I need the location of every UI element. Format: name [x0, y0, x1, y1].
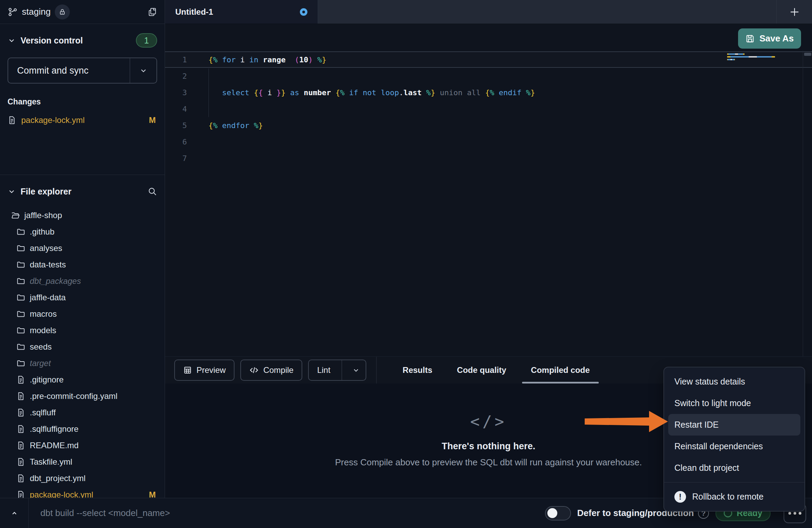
save-as-button[interactable]: Save As: [738, 28, 801, 49]
new-tab-button[interactable]: [776, 0, 812, 24]
code-line-6[interactable]: 6: [165, 134, 812, 150]
code-line-3[interactable]: 3 select {{ i }} as number {% if not loo…: [165, 84, 812, 101]
lint-button[interactable]: Lint: [308, 360, 366, 381]
tree-item-jaffle-data[interactable]: jaffle-data: [8, 289, 157, 306]
version-control-header[interactable]: Version control 1: [8, 33, 157, 48]
empty-state-subtitle: Press Compile above to preview the SQL d…: [335, 457, 642, 468]
panel-tabs: ResultsCode qualityCompiled code: [390, 357, 602, 384]
menu-item-label: Switch to light mode: [674, 398, 751, 408]
toolbar-divider: [376, 357, 377, 384]
tree-item-label: dbt_project.yml: [30, 474, 86, 483]
plus-icon: [789, 6, 800, 18]
tree-item-Taskfile.yml[interactable]: Taskfile.yml: [8, 454, 157, 470]
tree-item-seeds[interactable]: seeds: [8, 339, 157, 355]
file-explorer-title: File explorer: [21, 187, 72, 197]
menu-divider: [664, 482, 804, 482]
commit-options-dropdown[interactable]: [130, 58, 156, 83]
tree-item-label: seeds: [30, 342, 52, 352]
menu-item-rollback-to-remote[interactable]: !Rollback to remote: [664, 486, 804, 507]
search-icon[interactable]: [148, 187, 157, 196]
tree-item-.github[interactable]: .github: [8, 224, 157, 240]
editor-toolbar: Save As: [165, 24, 812, 51]
branch-name[interactable]: staging: [22, 7, 51, 17]
minimap-line: [727, 53, 745, 55]
code-line-7[interactable]: 7: [165, 150, 812, 166]
preview-button[interactable]: Preview: [174, 360, 234, 381]
tree-item-label: .sqlfluffignore: [30, 424, 78, 434]
folder-icon: [16, 244, 25, 253]
line-number: 6: [165, 138, 187, 146]
tree-item-.sqlfluffignore[interactable]: .sqlfluffignore: [8, 421, 157, 437]
line-number: 5: [165, 121, 187, 130]
lint-options-dropdown[interactable]: [346, 366, 366, 374]
lint-label: Lint: [317, 365, 330, 375]
code-icon: </>: [470, 412, 507, 431]
menu-item-label: Reinstall dependencies: [674, 441, 763, 451]
tree-item-label: .gitignore: [30, 375, 64, 385]
panel-tab-code-quality[interactable]: Code quality: [448, 357, 515, 384]
tree-item-target[interactable]: target: [8, 355, 157, 372]
defer-toggle[interactable]: [545, 506, 571, 520]
file-explorer-section: File explorer jaffle-shop.githubanalyses…: [0, 184, 165, 508]
sidebar: staging Version control: [0, 0, 165, 498]
menu-item-reinstall-dependencies[interactable]: Reinstall dependencies: [664, 436, 804, 457]
tree-item-dbt_project.yml[interactable]: dbt_project.yml: [8, 470, 157, 487]
tree-item-analyses[interactable]: analyses: [8, 240, 157, 256]
lint-split-divider: [342, 360, 342, 380]
tree-item-.pre-commit-config.yaml[interactable]: .pre-commit-config.yaml: [8, 388, 157, 404]
tree-item-label: .pre-commit-config.yaml: [30, 391, 117, 401]
code-editor[interactable]: 1{% for i in range (10) %}23 select {{ i…: [165, 51, 812, 356]
tree-item-.sqlfluff[interactable]: .sqlfluff: [8, 404, 157, 421]
minimap-line: [727, 56, 775, 58]
tab-label: Untitled-1: [175, 7, 213, 17]
editor-scrollbar[interactable]: [803, 51, 812, 356]
folder-icon: [16, 227, 25, 236]
code-line-1[interactable]: 1{% for i in range (10) %}: [165, 51, 812, 68]
folder-icon: [16, 293, 25, 302]
panel-tab-compiled-code[interactable]: Compiled code: [522, 357, 599, 384]
menu-item-switch-to-light-mode[interactable]: Switch to light mode: [664, 392, 804, 414]
file-icon: [16, 474, 25, 483]
tree-item-jaffle-shop[interactable]: jaffle-shop: [8, 207, 157, 224]
commit-and-sync-button[interactable]: Commit and sync: [8, 58, 157, 84]
command-input[interactable]: dbt build --select <model_name>: [40, 508, 170, 518]
tree-item-dbt_packages[interactable]: dbt_packages: [8, 273, 157, 289]
tree-item-label: README.md: [30, 441, 79, 450]
unsaved-changes-dot-icon: [300, 8, 307, 16]
branch-readonly-badge: [55, 4, 70, 20]
scrollbar-thumb[interactable]: [804, 53, 811, 56]
minimap[interactable]: [727, 53, 777, 62]
save-as-label: Save As: [759, 33, 794, 44]
code-icon: [249, 365, 259, 375]
file-icon: [16, 408, 25, 417]
code-line-2[interactable]: 2: [165, 68, 812, 84]
tree-item-.gitignore[interactable]: .gitignore: [8, 372, 157, 388]
tree-item-README.md[interactable]: README.md: [8, 437, 157, 454]
compile-button[interactable]: Compile: [240, 360, 302, 381]
folder-icon: [16, 277, 25, 286]
folder-icon: [16, 342, 25, 351]
menu-item-label: View status details: [674, 377, 745, 387]
folder-icon: [16, 326, 25, 335]
code-line-4[interactable]: 4: [165, 101, 812, 117]
copy-icon[interactable]: [148, 7, 157, 17]
changed-file-row[interactable]: package-lock.yml M: [8, 113, 157, 128]
tree-item-label: .sqlfluff: [30, 408, 56, 417]
menu-item-clean-dbt-project[interactable]: Clean dbt project: [664, 457, 804, 479]
menu-item-view-status-details[interactable]: View status details: [664, 371, 804, 392]
dbt-ide-app: staging Version control: [0, 0, 812, 528]
tree-item-macros[interactable]: macros: [8, 306, 157, 322]
file-explorer-header[interactable]: File explorer: [8, 184, 157, 199]
code-line-5[interactable]: 5{% endfor %}: [165, 117, 812, 134]
line-number: 3: [165, 88, 187, 97]
tree-item-models[interactable]: models: [8, 322, 157, 339]
tree-item-label: jaffle-data: [30, 293, 66, 302]
code-lines: 1{% for i in range (10) %}23 select {{ i…: [165, 51, 812, 166]
tree-item-label: target: [30, 359, 51, 368]
tree-item-data-tests[interactable]: data-tests: [8, 256, 157, 273]
panel-tab-results[interactable]: Results: [394, 357, 441, 384]
tree-item-label: models: [30, 326, 56, 335]
menu-item-restart-ide[interactable]: Restart IDE: [668, 414, 800, 436]
collapse-command-bar-button[interactable]: [0, 498, 29, 528]
tab-untitled-1[interactable]: Untitled-1: [165, 0, 318, 24]
